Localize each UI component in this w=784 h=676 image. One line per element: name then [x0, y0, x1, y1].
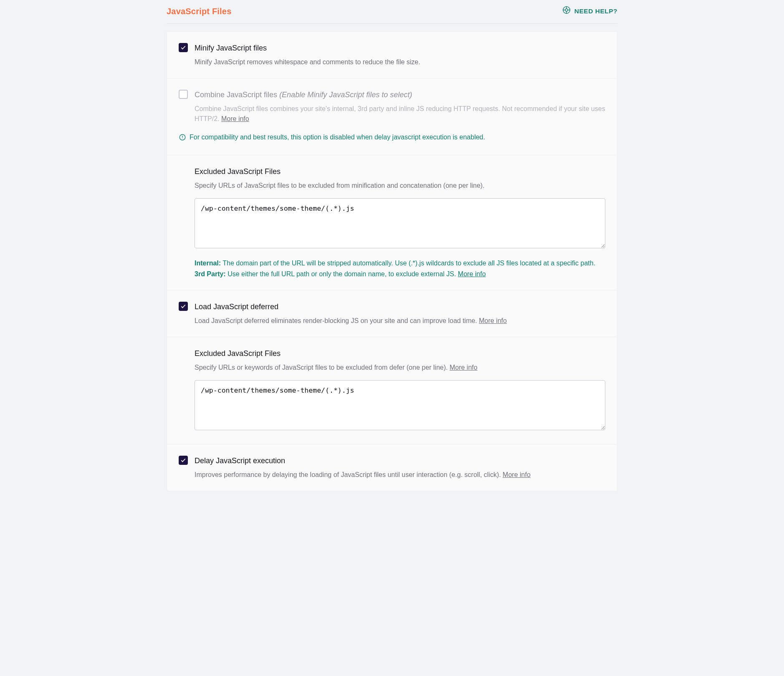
- excluded-minify-textarea[interactable]: [195, 198, 605, 248]
- minify-checkbox[interactable]: [179, 43, 188, 52]
- defer-checkbox[interactable]: [179, 302, 188, 311]
- option-minify: Minify JavaScript files Minify JavaScrip…: [167, 32, 617, 78]
- defer-more-link[interactable]: More info: [479, 317, 507, 324]
- excluded-minify-heading: Excluded JavaScript Files: [195, 166, 605, 177]
- defer-desc: Load JavaScript deferred eliminates rend…: [195, 316, 605, 326]
- svg-point-1: [565, 9, 568, 11]
- need-help-label: NEED HELP?: [574, 6, 617, 16]
- combine-checkbox: [179, 90, 188, 99]
- excluded-minify-block: Excluded JavaScript Files Specify URLs o…: [167, 155, 617, 290]
- delay-title: Delay JavaScript execution: [195, 455, 605, 467]
- excluded-minify-desc: Specify URLs of JavaScript files to be e…: [195, 181, 605, 191]
- minify-desc: Minify JavaScript removes whitespace and…: [195, 57, 605, 67]
- minify-title: Minify JavaScript files: [195, 43, 605, 54]
- delay-checkbox[interactable]: [179, 456, 188, 465]
- js-files-panel: Minify JavaScript files Minify JavaScrip…: [167, 31, 617, 491]
- excluded-minify-more-link[interactable]: More info: [458, 270, 486, 277]
- info-third-text: Use either the full URL path or only the…: [226, 270, 458, 277]
- section-title: JavaScript Files: [167, 5, 232, 18]
- excluded-defer-block: Excluded JavaScript Files Specify URLs o…: [167, 337, 617, 444]
- excluded-minify-info: Internal: The domain part of the URL wil…: [195, 258, 605, 279]
- combine-more-link[interactable]: More info: [221, 115, 249, 122]
- option-delay: Delay JavaScript execution Improves perf…: [167, 444, 617, 491]
- delay-more-link[interactable]: More info: [503, 471, 531, 478]
- combine-notice-text: For compatibility and best results, this…: [190, 132, 485, 142]
- help-icon: [562, 5, 571, 17]
- info-internal-text: The domain part of the URL will be strip…: [221, 260, 595, 267]
- defer-title: Load JavaScript deferred: [195, 301, 605, 313]
- combine-hint: (Enable Minify JavaScript files to selec…: [279, 91, 412, 99]
- need-help-link[interactable]: NEED HELP?: [562, 5, 617, 17]
- excluded-defer-textarea[interactable]: [195, 380, 605, 430]
- info-internal-label: Internal:: [195, 260, 221, 267]
- combine-desc: Combine JavaScript files combines your s…: [195, 104, 605, 124]
- info-third-label: 3rd Party:: [195, 270, 226, 277]
- excluded-defer-desc-more-link[interactable]: More info: [450, 364, 478, 371]
- option-defer: Load JavaScript deferred Load JavaScript…: [167, 290, 617, 337]
- option-combine: Combine JavaScript files (Enable Minify …: [167, 78, 617, 155]
- svg-point-8: [182, 139, 182, 139]
- combine-title: Combine JavaScript files (Enable Minify …: [195, 89, 605, 101]
- excluded-defer-desc: Specify URLs or keywords of JavaScript f…: [195, 363, 605, 373]
- delay-desc: Improves performance by delaying the loa…: [195, 470, 605, 480]
- combine-notice: For compatibility and best results, this…: [179, 132, 605, 144]
- excluded-defer-heading: Excluded JavaScript Files: [195, 348, 605, 359]
- section-header: JavaScript Files NEED HELP?: [167, 0, 617, 24]
- alert-icon: [179, 132, 186, 144]
